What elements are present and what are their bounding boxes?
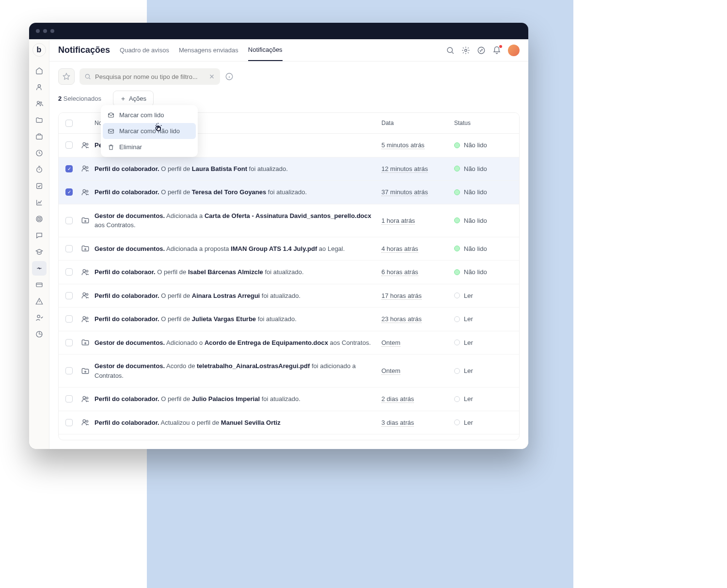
- row-checkbox[interactable]: [65, 268, 73, 276]
- toolbar: [49, 62, 528, 85]
- chat-icon[interactable]: [32, 228, 47, 243]
- timer-icon[interactable]: [32, 162, 47, 177]
- row-checkbox[interactable]: [65, 188, 73, 196]
- row-checkbox[interactable]: [65, 315, 73, 323]
- notification-text: Gestor de documentos. Adicionada a Carta…: [95, 211, 381, 230]
- search-icon[interactable]: [446, 46, 455, 55]
- row-checkbox[interactable]: [65, 245, 73, 252]
- table-row[interactable]: Perfil do colaborador. O perfil de Julio…: [59, 387, 519, 411]
- svg-point-8: [37, 217, 41, 221]
- warning-icon[interactable]: [32, 294, 47, 309]
- svg-rect-6: [36, 184, 42, 189]
- card-icon[interactable]: [32, 278, 47, 292]
- user-check-icon[interactable]: [32, 310, 47, 325]
- svg-point-11: [37, 315, 40, 318]
- graduation-icon[interactable]: [32, 245, 47, 259]
- table-row[interactable]: Perfil do colaborador. O perfil de Julie…: [59, 308, 519, 331]
- notification-date: 17 horas atrás: [381, 292, 454, 299]
- svg-point-29: [83, 316, 85, 319]
- window-min-dot[interactable]: [43, 29, 47, 33]
- tab-sent[interactable]: Mensagens enviadas: [179, 40, 238, 61]
- svg-rect-10: [36, 283, 42, 287]
- row-checkbox[interactable]: [65, 217, 73, 224]
- table-row[interactable]: Perfil do colaborador. Actualizou o perf…: [59, 411, 519, 435]
- notification-date: 3 dias atrás: [381, 419, 454, 426]
- sidebar: b: [29, 39, 49, 449]
- notification-status: Ler: [454, 339, 512, 346]
- table-row[interactable]: Gestor de documentos. Adicionada a propo…: [59, 237, 519, 261]
- notification-date: 37 minutos atrás: [381, 188, 454, 196]
- table-row[interactable]: Perfil do colaborador. O perfil de Ainar…: [59, 284, 519, 308]
- select-all-checkbox[interactable]: [65, 120, 73, 127]
- tab-notifications[interactable]: Notificações: [248, 39, 283, 61]
- cursor-icon: [154, 122, 165, 132]
- notification-status: Ler: [454, 395, 512, 402]
- avatar[interactable]: [508, 45, 520, 56]
- actions-dropdown: Marcar com lido Marcar como não lido Eli…: [101, 105, 198, 157]
- bell-icon[interactable]: [492, 46, 501, 55]
- row-checkbox[interactable]: [65, 165, 73, 172]
- table-row[interactable]: Perfil do colaborador. O perfil de Laura…: [59, 157, 519, 181]
- briefcase-icon[interactable]: [32, 129, 47, 144]
- search-input[interactable]: [95, 73, 205, 80]
- notification-text: Gestor de documentos. Adicionado o Acord…: [95, 338, 381, 348]
- notification-text: Perfil do colaboraor. O perfil de Isabel…: [95, 267, 381, 277]
- notifications-table: Notificações de sistema Data Status Perf…: [58, 112, 520, 440]
- actions-button[interactable]: Ações: [113, 91, 154, 107]
- pie-icon[interactable]: [32, 327, 47, 341]
- users-icon[interactable]: [32, 96, 47, 111]
- notification-status: Ler: [454, 292, 512, 299]
- mark-unread-item[interactable]: Marcar como não lido: [103, 123, 196, 139]
- notification-status: Não lido: [454, 268, 512, 276]
- clear-icon[interactable]: [208, 73, 215, 80]
- users-icon: [81, 164, 95, 173]
- activity-icon[interactable]: [477, 46, 486, 55]
- notifications-nav-icon[interactable]: [32, 261, 47, 276]
- svg-point-21: [83, 166, 85, 169]
- row-checkbox[interactable]: [65, 395, 73, 402]
- table-row[interactable]: Gestor de documentos. Acordo de teletrab…: [59, 355, 519, 387]
- notification-text: Gestor de documentos. Adicionada a propo…: [95, 244, 381, 254]
- row-checkbox[interactable]: [65, 292, 73, 299]
- page-title: Notificações: [58, 45, 110, 55]
- table-row[interactable]: Perfil do colaboraor. O perfil de Isabel…: [59, 261, 519, 284]
- row-checkbox[interactable]: [65, 141, 73, 149]
- favorite-button[interactable]: [58, 68, 75, 85]
- row-checkbox[interactable]: [65, 419, 73, 426]
- search-box[interactable]: [79, 68, 220, 85]
- delete-item[interactable]: Eliminar: [103, 139, 196, 155]
- notification-text: Perfil do colaborador. O perfil de Teres…: [95, 187, 381, 197]
- home-icon[interactable]: [32, 63, 47, 78]
- row-checkbox[interactable]: [65, 339, 73, 346]
- notification-status: Ler: [454, 367, 512, 374]
- clock-icon[interactable]: [32, 146, 47, 160]
- table-row[interactable]: Gestor de documentos. Adicionada a Carta…: [59, 204, 519, 237]
- chart-icon[interactable]: [32, 195, 47, 210]
- window-close-dot[interactable]: [36, 29, 40, 33]
- mark-read-item[interactable]: Marcar com lido: [103, 107, 196, 123]
- target-icon[interactable]: [32, 212, 47, 226]
- notification-status: Não lido: [454, 217, 512, 224]
- row-checkbox[interactable]: [65, 367, 73, 374]
- gear-icon[interactable]: [461, 46, 470, 55]
- user-icon[interactable]: [32, 80, 47, 94]
- table-row[interactable]: Gestor de documentos. Adicionado o Acord…: [59, 331, 519, 355]
- notification-text: Perfil do colaborador. Actualizou o perf…: [95, 418, 381, 428]
- svg-rect-18: [109, 129, 114, 133]
- svg-point-7: [36, 216, 42, 222]
- notification-date: 2 dias atrás: [381, 395, 454, 402]
- tab-board[interactable]: Quadro de avisos: [120, 40, 169, 61]
- col-header-status: Status: [454, 120, 512, 126]
- info-icon[interactable]: [225, 72, 234, 81]
- svg-point-13: [447, 47, 453, 53]
- table-row[interactable]: Perfil do colaborador. O perfil de Teres…: [59, 181, 519, 204]
- folder-icon[interactable]: [32, 113, 47, 127]
- check-icon[interactable]: [32, 179, 47, 193]
- svg-rect-3: [36, 135, 42, 139]
- notification-status: Ler: [454, 315, 512, 323]
- svg-point-26: [86, 270, 88, 272]
- logo[interactable]: b: [32, 43, 46, 57]
- notification-date: Ontem: [381, 367, 454, 374]
- notification-status: Ler: [454, 419, 512, 426]
- window-max-dot[interactable]: [50, 29, 54, 33]
